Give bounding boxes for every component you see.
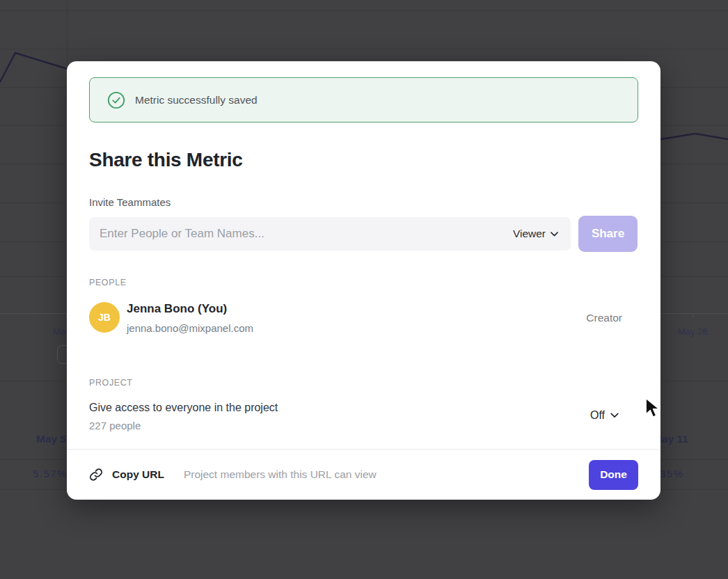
done-button[interactable]: Done: [589, 460, 638, 490]
copy-url-button[interactable]: Copy URL: [89, 468, 164, 482]
avatar: JB: [89, 302, 120, 333]
role-selector[interactable]: Viewer: [513, 228, 558, 240]
table-date-left: May 5: [36, 433, 66, 445]
avatar-initials: JB: [98, 312, 111, 323]
project-people-count: 227 people: [89, 420, 141, 431]
modal-footer: Copy URL Project members with this URL c…: [89, 450, 638, 500]
invite-input-container: Viewer: [89, 217, 571, 251]
table-value-left: 5.57%: [33, 468, 68, 479]
invite-teammates-label: Invite Teammates: [89, 196, 171, 208]
table-value-right: 35%: [660, 468, 684, 479]
role-selector-value: Viewer: [513, 228, 546, 240]
x-axis-label-right: May 26: [678, 326, 708, 337]
copy-url-label: Copy URL: [112, 468, 164, 481]
link-icon: [89, 468, 103, 482]
invite-input[interactable]: [100, 227, 513, 241]
success-banner: Metric successfully saved: [89, 77, 638, 122]
url-access-hint: Project members with this URL can view: [184, 468, 377, 481]
chevron-down-icon: [551, 232, 558, 237]
project-access-selector[interactable]: Off: [590, 409, 619, 422]
project-section-label: PROJECT: [89, 378, 133, 388]
member-role-label: Creator: [586, 312, 622, 324]
project-access-value: Off: [590, 409, 605, 422]
project-access-title: Give access to everyone in the project: [89, 402, 278, 414]
people-section-label: PEOPLE: [89, 278, 127, 287]
member-email: jenna.bono@mixpanel.com: [127, 322, 253, 334]
share-metric-modal: Metric successfully saved Share this Met…: [67, 61, 660, 500]
chevron-down-icon: [610, 413, 619, 418]
modal-title: Share this Metric: [89, 149, 243, 171]
check-circle-icon: [107, 91, 125, 109]
member-name: Jenna Bono (You): [127, 302, 227, 316]
share-button[interactable]: Share: [578, 216, 638, 252]
success-banner-text: Metric successfully saved: [135, 94, 258, 106]
